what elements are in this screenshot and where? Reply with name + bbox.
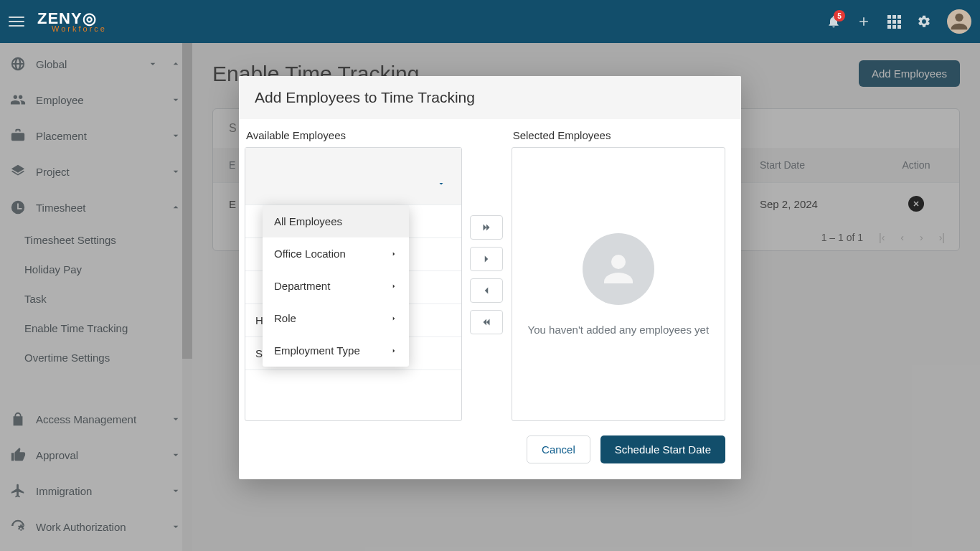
empty-state-text: You haven't added any employees yet [528, 324, 710, 336]
dropdown-item-department[interactable]: Department [263, 270, 409, 302]
apps-grid-icon [887, 15, 901, 29]
double-chevron-left-icon [480, 316, 493, 329]
svg-point-1 [611, 255, 626, 269]
dropdown-item-label: Department [274, 280, 330, 292]
chevron-left-icon [480, 284, 493, 297]
chevron-right-icon [390, 314, 397, 324]
caret-down-icon [437, 179, 446, 188]
dropdown-item-label: Employment Type [274, 344, 360, 357]
dropdown-item-label: Role [274, 312, 296, 324]
empty-state-avatar-icon [583, 233, 654, 305]
filter-dropdown-menu: All Employees Office Location Department… [263, 205, 409, 367]
move-right-button[interactable] [470, 247, 503, 271]
move-all-right-button[interactable] [470, 215, 503, 240]
plus-icon [857, 14, 871, 29]
app-logo: ZENY◎ Workforce [37, 11, 107, 33]
add-button[interactable] [857, 14, 871, 29]
selected-employees-heading: Selected Employees [513, 129, 724, 141]
logo-sub-text: Workforce [52, 25, 107, 33]
move-left-button[interactable] [470, 278, 503, 303]
settings-button[interactable] [917, 14, 931, 29]
modal-title: Add Employees to Time Tracking [255, 89, 725, 106]
filter-bar [245, 148, 461, 205]
gear-icon [917, 14, 931, 29]
move-all-left-button[interactable] [470, 310, 503, 334]
selected-employees-box: You haven't added any employees yet [512, 147, 725, 421]
add-employees-modal: Add Employees to Time Tracking Available… [239, 76, 741, 479]
cancel-button[interactable]: Cancel [527, 435, 590, 463]
dropdown-item-office-location[interactable]: Office Location [263, 237, 409, 270]
app-header: ZENY◎ Workforce 5 [0, 0, 980, 43]
dropdown-item-all-employees[interactable]: All Employees [263, 205, 409, 237]
user-avatar[interactable] [947, 9, 971, 34]
dropdown-item-employment-type[interactable]: Employment Type [263, 334, 409, 367]
svg-point-0 [955, 14, 963, 22]
dropdown-item-role[interactable]: Role [263, 302, 409, 334]
schedule-start-date-button[interactable]: Schedule Start Date [600, 435, 725, 463]
apps-menu-button[interactable] [887, 14, 901, 29]
chevron-right-icon [480, 253, 493, 265]
menu-toggle-button[interactable] [9, 13, 26, 30]
dropdown-item-label: All Employees [274, 215, 342, 227]
dropdown-item-label: Office Location [274, 248, 346, 260]
available-employees-heading: Available Employees [246, 129, 461, 141]
chevron-right-icon [390, 281, 397, 291]
filter-dropdown-caret[interactable] [437, 178, 447, 188]
chevron-right-icon [390, 249, 397, 259]
notification-count-badge: 5 [834, 10, 845, 22]
notifications-button[interactable]: 5 [826, 14, 841, 29]
double-chevron-right-icon [480, 221, 493, 234]
chevron-right-icon [390, 346, 397, 356]
